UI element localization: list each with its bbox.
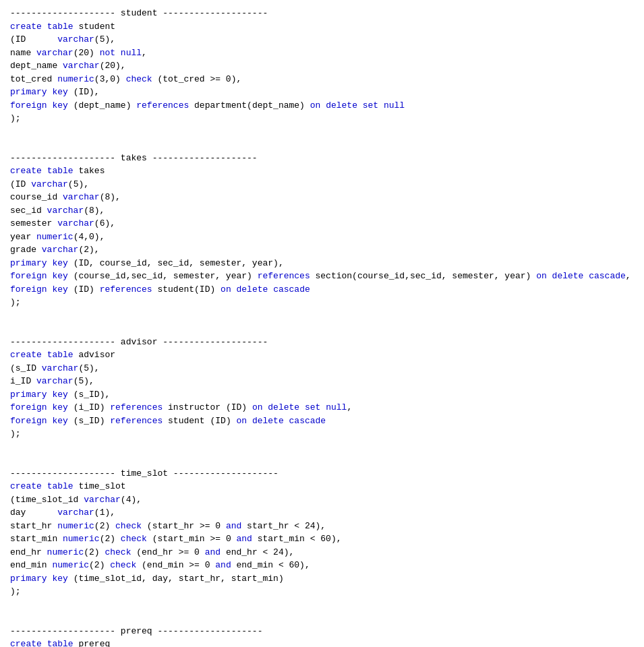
code-line: ); [10,296,634,309]
code-line: foreign key (course_id,sec_id, semester,… [10,270,634,283]
section-divider-student: -------------------- student -----------… [10,7,634,20]
blank-line [10,125,634,139]
code-line: create table takes [10,164,634,178]
code-line: foreign key (i_ID) references instructor… [10,401,634,414]
code-line: end_hr numeric(2) check (end_hr >= 0 and… [10,546,634,559]
code-line: year numeric(4,0), [10,230,634,244]
section-divider-advisor: -------------------- advisor -----------… [10,336,634,349]
blank-line [10,322,634,336]
code-line: ); [10,112,634,125]
blank-line [10,138,634,152]
code-line: create table time_slot [10,480,634,493]
section-divider-takes: -------------------- takes -------------… [10,152,634,165]
code-line: (time_slot_id varchar(4), [10,493,634,507]
code-line: semester varchar(6), [10,217,634,230]
code-line: create table advisor [10,348,634,362]
code-line: ); [10,585,634,598]
blank-line [10,441,634,454]
code-line: dept_name varchar(20), [10,59,634,73]
code-line: (ID varchar(5), [10,33,634,47]
code-line: ); [10,427,634,441]
code-line: primary key (ID), [10,86,634,99]
code-line: primary key (time_slot_id, day, start_hr… [10,572,634,586]
blank-line [10,611,634,625]
blank-line [10,454,634,467]
code-line: i_ID varchar(5), [10,375,634,388]
section-divider-time_slot: -------------------- time_slot ---------… [10,467,634,481]
code-line: (s_ID varchar(5), [10,362,634,375]
code-line: grade varchar(2), [10,243,634,257]
blank-line [10,598,634,612]
code-line: end_min numeric(2) check (end_min >= 0 a… [10,559,634,572]
code-line: day varchar(1), [10,506,634,520]
section-divider-prereq: -------------------- prereq ------------… [10,625,634,638]
code-line: foreign key (dept_name) references depar… [10,99,634,113]
code-line: primary key (s_ID), [10,388,634,402]
code-line: foreign key (s_ID) references student (I… [10,414,634,428]
code-line: start_min numeric(2) check (start_min >=… [10,532,634,546]
code-line: primary key (ID, course_id, sec_id, seme… [10,257,634,270]
code-line: start_hr numeric(2) check (start_hr >= 0… [10,520,634,533]
code-line: course_id varchar(8), [10,191,634,204]
code-line: create table student [10,20,634,34]
code-line: sec_id varchar(8), [10,204,634,218]
blank-line [10,309,634,323]
code-line: create table prereq [10,638,634,647]
code-line: tot_cred numeric(3,0) check (tot_cred >=… [10,73,634,86]
code-line: foreign key (ID) references student(ID) … [10,283,634,297]
sql-code-display: -------------------- student -----------… [10,7,634,647]
code-line: (ID varchar(5), [10,178,634,191]
code-line: name varchar(20) not null, [10,47,634,60]
